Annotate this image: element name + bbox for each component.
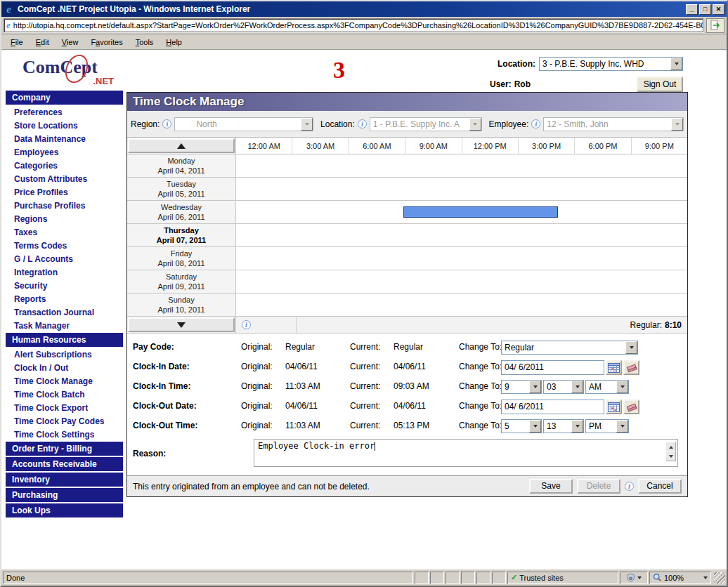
clock-out-date-input[interactable]: 04/ 6/2011 [501, 400, 604, 414]
chevron-down-icon[interactable] [571, 381, 583, 393]
location-select[interactable]: 3 - P.B.E. Supply Inc, WHD [539, 57, 683, 71]
sidebar-item-g-l-accounts[interactable]: G / L Accounts [1, 253, 123, 266]
save-button[interactable]: Save [529, 479, 573, 494]
sidebar-item-employees[interactable]: Employees [1, 146, 123, 159]
sidebar-section-order-entry-billing[interactable]: Order Entry - Billing [6, 442, 123, 456]
sidebar-item-security[interactable]: Security [1, 279, 123, 293]
clock-in-calendar-button[interactable] [606, 360, 622, 375]
sidebar-item-data-maintenance[interactable]: Data Maintenance [1, 133, 123, 146]
time-clock-manage-panel: Time Clock Manage Region: i North Locati… [126, 92, 688, 497]
resize-grip[interactable] [714, 572, 725, 583]
protected-mode-panel[interactable] [620, 572, 648, 584]
sidebar-section-accounts-receivable[interactable]: Accounts Receivable [6, 457, 123, 471]
filter-location-select[interactable]: 1 - P.B.E. Supply Inc. A [370, 117, 482, 131]
sidebar-item-time-clock-pay-codes[interactable]: Time Clock Pay Codes [1, 415, 123, 428]
reason-textarea[interactable]: Employee Clock-in error [254, 439, 678, 467]
sign-out-button[interactable]: Sign Out [637, 77, 683, 92]
clock-out-ampm-select[interactable]: PM [585, 419, 629, 433]
cancel-button[interactable]: Cancel [638, 479, 682, 494]
clock-in-hour-select[interactable]: 9 [501, 380, 542, 394]
total-label: Regular: [630, 320, 662, 330]
day-cell[interactable]: SaturdayApril 09, 2011 [127, 270, 236, 293]
clock-out-minute-select[interactable]: 13 [543, 419, 584, 433]
sidebar-item-preferences[interactable]: Preferences [1, 106, 123, 119]
location-info-icon[interactable]: i [358, 119, 367, 128]
employee-info-icon[interactable]: i [531, 119, 540, 128]
delete-button[interactable]: Delete [577, 479, 620, 494]
menu-help[interactable]: Help [160, 36, 188, 48]
day-cell[interactable]: TuesdayApril 05, 2011 [127, 178, 236, 200]
chevron-down-icon[interactable] [616, 420, 628, 433]
sidebar-item-time-clock-batch[interactable]: Time Clock Batch [1, 388, 123, 402]
sidebar-item-custom-attributes[interactable]: Custom Attributes [1, 173, 123, 186]
next-week-button[interactable] [128, 317, 235, 332]
day-cell[interactable]: MondayApril 04, 2011 [127, 154, 236, 177]
close-button[interactable]: ✕ [713, 4, 724, 15]
go-button[interactable] [706, 18, 724, 33]
sidebar-item-taxes[interactable]: Taxes [1, 226, 123, 239]
day-cell[interactable]: ThursdayApril 07, 2011 [127, 224, 236, 246]
pay-code-select[interactable]: Regular [501, 341, 638, 355]
sidebar-item-reports[interactable]: Reports [1, 293, 123, 306]
url-input[interactable]: e http://utopia.hq.comcept.net/default.a… [4, 18, 704, 33]
chevron-down-icon[interactable] [616, 381, 628, 393]
day-cell[interactable]: WednesdayApril 06, 2011 [127, 201, 236, 223]
sidebar-section-inventory[interactable]: Inventory [6, 473, 123, 487]
region-select[interactable]: North [174, 117, 313, 131]
status-pane [430, 572, 444, 584]
day-cell[interactable]: FridayApril 08, 2011 [127, 247, 236, 270]
chevron-down-icon[interactable] [529, 420, 541, 433]
zoom-panel[interactable]: 100% [649, 572, 711, 584]
delete-info-icon[interactable]: i [625, 482, 634, 491]
chevron-down-icon[interactable] [571, 420, 583, 433]
current-label: Current: [350, 421, 380, 430]
sidebar-item-categories[interactable]: Categories [1, 159, 123, 173]
sidebar-item-time-clock-settings[interactable]: Time Clock Settings [1, 428, 123, 442]
employee-select[interactable]: 12 - Smith, John [543, 117, 684, 131]
sidebar-item-purchase-profiles[interactable]: Purchase Profiles [1, 199, 123, 213]
sidebar-section-company[interactable]: Company [6, 91, 123, 105]
clock-out-date-original: 04/06/11 [285, 401, 318, 411]
grid-info-icon[interactable]: i [242, 320, 251, 329]
scroll-down-button[interactable] [665, 451, 676, 461]
status-pane [415, 572, 429, 584]
day-track [236, 224, 687, 246]
sidebar-section-human-resources[interactable]: Human Resources [6, 333, 123, 347]
day-cell[interactable]: SundayApril 10, 2011 [127, 294, 236, 316]
sidebar-item-price-profiles[interactable]: Price Profiles [1, 186, 123, 199]
menu-favorites[interactable]: Favorites [84, 36, 129, 48]
menu-view[interactable]: View [56, 36, 85, 48]
sidebar-item-store-locations[interactable]: Store Locations [1, 119, 123, 133]
sidebar-section-purchasing[interactable]: Purchasing [6, 488, 123, 502]
clock-in-date-input[interactable]: 04/ 6/2011 [501, 360, 604, 375]
clock-in-ampm-select[interactable]: AM [585, 380, 629, 394]
chevron-down-icon[interactable] [625, 341, 637, 354]
clock-in-minute-select[interactable]: 03 [543, 380, 584, 394]
previous-week-button[interactable] [128, 138, 235, 153]
status-bar: Done ✓ Trusted sites 100% [1, 569, 727, 586]
minimize-button[interactable]: _ [686, 4, 698, 15]
sidebar-item-clock-in-out[interactable]: Clock In / Out [1, 362, 123, 375]
menu-file[interactable]: File [4, 36, 30, 48]
sidebar-section-look-ups[interactable]: Look Ups [6, 503, 123, 517]
chevron-down-icon[interactable] [670, 58, 682, 70]
time-entry-bar[interactable] [403, 206, 558, 218]
entry-edit-form: Pay Code: Original: Regular Current: Reg… [127, 334, 687, 496]
sidebar-item-alert-subscriptions[interactable]: Alert Subscriptions [1, 348, 123, 362]
clock-out-clear-button[interactable] [623, 400, 639, 414]
clock-out-calendar-button[interactable] [606, 400, 622, 414]
sidebar-item-task-manager[interactable]: Task Manager [1, 319, 123, 333]
menu-edit[interactable]: Edit [30, 36, 56, 48]
sidebar-item-terms-codes[interactable]: Terms Codes [1, 239, 123, 253]
sidebar-item-time-clock-export[interactable]: Time Clock Export [1, 402, 123, 415]
sidebar-item-regions[interactable]: Regions [1, 213, 123, 226]
menu-tools[interactable]: Tools [129, 36, 160, 48]
chevron-down-icon[interactable] [529, 381, 541, 393]
clock-in-clear-button[interactable] [623, 360, 639, 375]
sidebar-item-integration[interactable]: Integration [1, 266, 123, 279]
sidebar-item-transaction-journal[interactable]: Transaction Journal [1, 306, 123, 319]
clock-out-hour-select[interactable]: 5 [501, 419, 542, 433]
maximize-button[interactable]: □ [699, 4, 711, 15]
region-info-icon[interactable]: i [162, 119, 171, 128]
sidebar-item-time-clock-manage[interactable]: Time Clock Manage [1, 375, 123, 388]
